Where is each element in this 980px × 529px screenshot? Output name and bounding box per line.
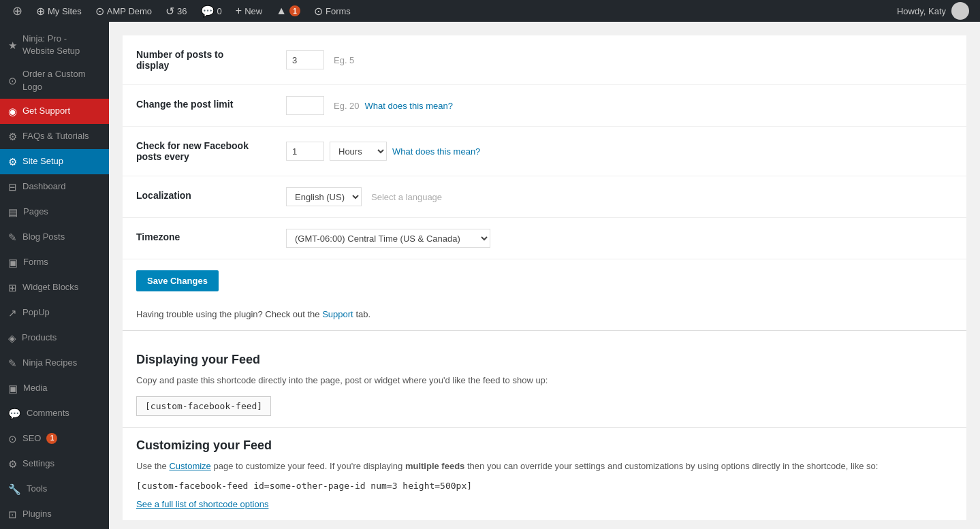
save-changes-button[interactable]: Save Changes	[136, 270, 219, 291]
sidebar-item-get-support[interactable]: ◉ Get Support	[0, 99, 109, 124]
sidebar-item-faqs[interactable]: ⚙ FAQs & Tutorials	[0, 124, 109, 149]
adminbar-my-sites[interactable]: ⊕ My Sites	[29, 0, 89, 22]
timezone-select[interactable]: (GMT-06:00) Central Time (US & Canada) (…	[286, 229, 490, 248]
customize-link[interactable]: Customize	[169, 461, 210, 471]
sidebar-item-seo[interactable]: ⊙ SEO 1	[0, 426, 109, 451]
adminbar-plugin-badge[interactable]: ▲ 1	[269, 0, 307, 22]
forms-icon: ▣	[8, 255, 18, 270]
star-icon: ★	[8, 38, 17, 52]
post-limit-row: Change the post limit Eg. 20 What does t…	[123, 85, 966, 127]
adminbar-new[interactable]: + New	[229, 0, 269, 22]
localization-label: Localization	[136, 190, 191, 201]
admin-bar: ⊕ ⊕ My Sites ⊙ AMP Demo ↺ 36 💬 0 + New ▲…	[0, 0, 980, 22]
check-interval-label: Check for new Facebook posts every	[136, 140, 249, 162]
widgets-icon: ⊞	[8, 280, 17, 295]
shortcode-display[interactable]: [custom-facebook-feed]	[136, 396, 271, 416]
adminbar-user-greeting[interactable]: Howdy, Katy	[897, 6, 946, 16]
localization-hint: Select a language	[371, 192, 442, 202]
trouble-prefix: Having trouble using the plugin? Check o…	[136, 309, 320, 319]
localization-select[interactable]: English (US) Spanish French German	[286, 187, 362, 206]
customize-desc-bold: multiple feeds	[405, 461, 464, 471]
num-posts-input[interactable]	[286, 50, 324, 69]
setup-icon: ⚙	[8, 155, 17, 169]
trouble-text-block: Having trouble using the plugin? Check o…	[123, 302, 966, 330]
settings-form-table: Number of posts to display Eg. 5 Change …	[123, 35, 966, 259]
check-interval-unit-select[interactable]: Hours Minutes Days	[330, 142, 387, 161]
check-interval-link[interactable]: What does this mean?	[392, 146, 480, 157]
trouble-suffix: tab.	[355, 309, 370, 319]
sidebar-item-order-logo[interactable]: ⊙ Order a Custom Logo	[0, 63, 109, 98]
post-limit-label: Change the post limit	[136, 99, 233, 110]
post-limit-input[interactable]	[286, 96, 324, 115]
sidebar-item-media[interactable]: ▣ Media	[0, 376, 109, 401]
num-posts-eg: Eg. 5	[334, 55, 354, 65]
adminbar-wp-logo[interactable]: ⊕	[5, 0, 29, 22]
sidebar-item-site-setup[interactable]: ⚙ Site Setup	[0, 149, 109, 174]
sidebar-item-forms[interactable]: ▣ Forms	[0, 250, 109, 275]
section-divider-2	[123, 427, 966, 428]
dashboard-icon: ⊟	[8, 180, 17, 194]
customizing-feed-title: Customizing your Feed	[136, 438, 953, 453]
logo-icon: ⊙	[8, 74, 17, 88]
sidebar-item-settings[interactable]: ⚙ Settings	[0, 451, 109, 477]
displaying-feed-title: Displaying your Feed	[136, 353, 953, 367]
customize-desc-after: then you can override your settings and …	[467, 461, 878, 471]
sidebar-item-products[interactable]: ◈ Products	[0, 325, 109, 351]
sidebar-item-ninja-pro[interactable]: ★ Ninja: Pro - Website Setup	[0, 27, 109, 63]
post-limit-link[interactable]: What does this mean?	[365, 101, 453, 111]
adminbar-revisions[interactable]: ↺ 36	[159, 0, 193, 22]
check-interval-row: Check for new Facebook posts every Hours…	[123, 127, 966, 176]
sidebar-item-comments[interactable]: 💬 Comments	[0, 401, 109, 426]
post-limit-eg: Eg. 20	[334, 101, 360, 111]
sidebar-item-popup[interactable]: ↗ PopUp	[0, 300, 109, 325]
timezone-label: Timezone	[136, 231, 180, 242]
pages-icon: ▤	[8, 205, 18, 219]
plugin-update-badge: 1	[289, 5, 300, 16]
num-posts-label: Number of posts to display	[136, 49, 223, 71]
adminbar-amp-demo[interactable]: ⊙ AMP Demo	[89, 0, 159, 22]
adminbar-avatar	[951, 2, 969, 20]
customizing-feed-section: Customizing your Feed Use the Customize …	[123, 438, 966, 520]
comments-icon: 💬	[8, 406, 21, 421]
sidebar-item-widget-blocks[interactable]: ⊞ Widget Blocks	[0, 275, 109, 300]
products-icon: ◈	[8, 331, 16, 345]
sidebar-item-plugins[interactable]: ⊡ Plugins	[0, 502, 109, 527]
main-content: Number of posts to display Eg. 5 Change …	[109, 22, 980, 529]
localization-row: Localization English (US) Spanish French…	[123, 176, 966, 218]
popup-icon: ↗	[8, 306, 17, 320]
media-icon: ▣	[8, 381, 18, 396]
customize-desc-before: Use the	[136, 461, 167, 471]
faq-icon: ⚙	[8, 129, 17, 144]
displaying-feed-section: Displaying your Feed Copy and paste this…	[123, 342, 966, 427]
seo-icon: ⊙	[8, 432, 17, 446]
num-posts-row: Number of posts to display Eg. 5	[123, 35, 966, 85]
sidebar-item-blog-posts[interactable]: ✎ Blog Posts	[0, 225, 109, 250]
sidebar-item-pages[interactable]: ▤ Pages	[0, 199, 109, 225]
sidebar-item-ninja-recipes[interactable]: ✎ Ninja Recipes	[0, 351, 109, 376]
sidebar: ★ Ninja: Pro - Website Setup ⊙ Order a C…	[0, 22, 109, 529]
blog-icon: ✎	[8, 230, 17, 244]
sidebar-item-dashboard[interactable]: ⊟ Dashboard	[0, 174, 109, 199]
settings-icon: ⚙	[8, 457, 17, 471]
tools-icon: 🔧	[8, 482, 21, 496]
customize-desc-middle: page to customize your feed. If you're d…	[213, 461, 402, 471]
timezone-row: Timezone (GMT-06:00) Central Time (US & …	[123, 218, 966, 259]
plugins-icon: ⊡	[8, 507, 17, 522]
shortcode-example: [custom-facebook-feed id=some-other-page…	[136, 481, 953, 491]
adminbar-comments[interactable]: 💬 0	[194, 0, 229, 22]
settings-panel: Number of posts to display Eg. 5 Change …	[123, 35, 966, 520]
displaying-feed-desc: Copy and paste this shortcode directly i…	[136, 374, 953, 388]
adminbar-forms[interactable]: ⊙ Forms	[307, 0, 358, 22]
support-link[interactable]: Support	[322, 309, 353, 319]
customizing-feed-desc: Use the Customize page to customize your…	[136, 460, 953, 474]
support-icon: ◉	[8, 104, 17, 118]
section-divider-1	[123, 330, 966, 331]
check-interval-input[interactable]	[286, 142, 324, 161]
recipes-icon: ✎	[8, 356, 17, 370]
seo-badge: 1	[46, 433, 57, 444]
sidebar-item-tools[interactable]: 🔧 Tools	[0, 477, 109, 502]
full-list-link[interactable]: See a full list of shortcode options	[136, 499, 268, 509]
